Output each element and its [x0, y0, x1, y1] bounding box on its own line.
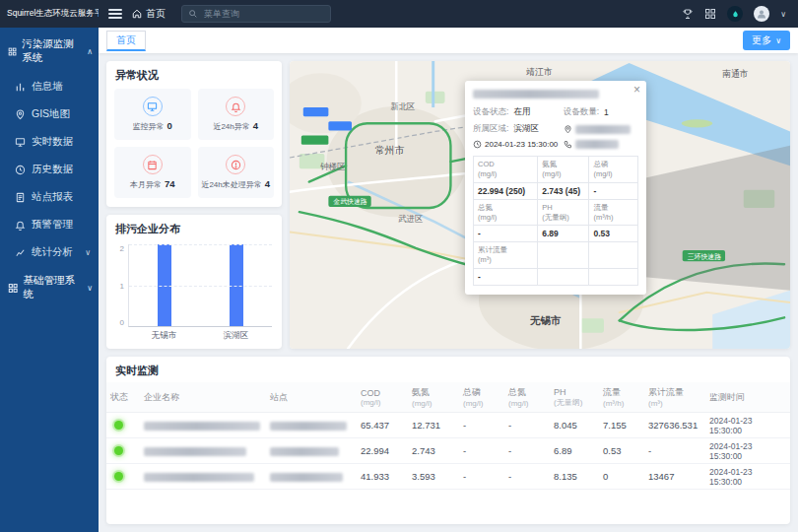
sidebar-item-realtime-data[interactable]: 实时数据	[0, 128, 99, 156]
table-row[interactable]: 41.933 3.593 - - 8.135 0 13467 2024-01-2…	[106, 464, 790, 490]
table-row[interactable]: 22.994 2.743 - - 6.89 0.53 - 2024-01-23 …	[106, 438, 790, 464]
bars-icon	[15, 82, 26, 93]
sidebar-group-base-system[interactable]: 基础管理系统 ∨	[0, 266, 99, 309]
chevron-down-icon: ∨	[85, 248, 95, 257]
bar-category-label: 无锡市	[152, 330, 177, 341]
redacted-enterprise-name	[473, 90, 599, 99]
main-area: 首页 更多 ∨ 异常状况	[99, 28, 798, 532]
sidebar-item-gis-map[interactable]: GIS地图	[0, 100, 99, 128]
menu-icon[interactable]	[108, 7, 122, 21]
redacted-station-name	[270, 447, 339, 456]
region: 滨湖区	[513, 123, 539, 135]
stat-grid: 监控异常0 近24h异常4	[106, 87, 282, 207]
breadcrumb-home[interactable]: 首页	[132, 7, 166, 21]
metric-value: 2.743 (45)	[538, 183, 589, 200]
topbar-actions: ∨	[682, 6, 798, 22]
phone-icon	[564, 140, 572, 149]
metric-value: 22.994 (250)	[474, 183, 538, 200]
sidebar: 污染源监测系统 ∧ 信息墙 GIS地图 实时数据 历史数据 站点报表	[0, 28, 99, 532]
apps-grid-icon[interactable]	[704, 8, 716, 20]
popup-time: 2024-01-23 15:30:00	[485, 140, 558, 149]
home-icon	[132, 9, 142, 19]
gis-map[interactable]: 靖江市 南通市 新北区 常州市 钟楼区 武进区 无锡市 金武快速路	[290, 61, 790, 349]
map-label-district: 武进区	[398, 214, 424, 224]
chevron-down-icon[interactable]: ∨	[780, 10, 786, 19]
poi-chip	[301, 136, 329, 145]
realtime-table: 状态 企业名称 站点 COD(mg/l) 氨氮(mg/l) 总磷(mg/l) 总…	[106, 382, 790, 490]
sidebar-item-history-data[interactable]: 历史数据	[0, 156, 99, 183]
sidebar-item-info-wall[interactable]: 信息墙	[0, 73, 99, 100]
enterprise-distribution-card: 排污企业分布 210 无锡市滨湖区	[106, 215, 282, 349]
monitor-icon	[143, 97, 163, 116]
svg-text:金武快速路: 金武快速路	[333, 198, 366, 206]
monitor-icon	[15, 137, 26, 148]
grid-icon	[8, 46, 17, 57]
left-column: 异常状况 监控异常0	[106, 61, 282, 349]
breadcrumb-label: 首页	[146, 7, 166, 21]
redacted-station-name	[270, 422, 347, 431]
stat-24h-unhandled: 近24h未处理异常4	[198, 147, 275, 198]
bar-0	[158, 244, 171, 326]
device-status: 在用	[513, 106, 530, 118]
trophy-icon[interactable]	[682, 8, 694, 20]
clock-icon	[473, 140, 482, 149]
search-input[interactable]	[202, 8, 324, 20]
stat-value: 74	[165, 178, 175, 189]
close-icon[interactable]: ×	[633, 84, 640, 96]
stat-24h-abnormal: 近24h异常4	[198, 89, 275, 140]
popup-metrics-grid: COD(mg/l) 氨氮(mg/l) 总磷(mg/l) 22.994 (250)…	[473, 156, 638, 286]
redacted-enterprise-name	[144, 473, 254, 482]
sidebar-group-label: 基础管理系统	[23, 274, 82, 301]
popup-info: 设备状态:在用 设备数量:1 所属区域:滨湖区 2024-01-23 15:30…	[473, 106, 638, 149]
location-pin-icon	[564, 125, 572, 134]
svg-text:三环快速路: 三环快速路	[688, 253, 721, 261]
line-chart-icon	[15, 247, 26, 258]
metric-value: 0.53	[589, 226, 638, 242]
map-label-city: 靖江市	[525, 67, 553, 77]
table-header-row: 状态 企业名称 站点 COD(mg/l) 氨氮(mg/l) 总磷(mg/l) 总…	[106, 382, 790, 413]
chevron-up-icon: ∧	[87, 47, 93, 56]
tab-home[interactable]: 首页	[106, 31, 146, 51]
bar-chart-categories: 无锡市滨湖区	[128, 327, 272, 341]
bell-icon	[15, 220, 26, 231]
poi-chip	[328, 121, 352, 130]
more-button[interactable]: 更多 ∨	[743, 31, 790, 50]
menu-search[interactable]	[181, 5, 331, 23]
table-row[interactable]: 65.437 12.731 - - 8.045 7.155 327636.531…	[106, 413, 790, 438]
stat-month-abnormal: 本月异常74	[114, 147, 191, 198]
device-count: 1	[604, 107, 609, 117]
clock-icon	[15, 165, 26, 175]
sidebar-item-station-report[interactable]: 站点报表	[0, 183, 99, 211]
metric-value: -	[474, 226, 538, 242]
metric-value: 6.89	[538, 226, 589, 242]
grid-icon	[8, 283, 18, 294]
chevron-down-icon: ∨	[87, 284, 93, 293]
map-label-city: 常州市	[375, 145, 405, 156]
stat-value: 4	[265, 178, 270, 189]
user-avatar[interactable]	[754, 6, 769, 22]
map-label-district: 钟楼区	[320, 162, 347, 171]
status-dot	[114, 421, 123, 430]
sidebar-item-stats-analysis[interactable]: 统计分析 ∨	[0, 238, 99, 266]
redacted-enterprise-name	[144, 447, 246, 456]
sidebar-item-warning-mgmt[interactable]: 预警管理	[0, 211, 99, 238]
road-label-chip: 三环快速路	[683, 250, 725, 261]
status-dot	[114, 446, 123, 455]
sidebar-group-label: 污染源监测系统	[22, 37, 82, 65]
bar-chart: 210 无锡市滨湖区	[106, 240, 282, 349]
tabs-bar: 首页 更多 ∨	[99, 28, 798, 53]
stat-value: 0	[167, 120, 172, 131]
brand-title: Squirrel生态环境云服务平台	[0, 8, 99, 20]
report-icon	[15, 192, 26, 203]
dashboard-content: 异常状况 监控异常0	[99, 53, 798, 357]
map-label-city: 南通市	[722, 69, 749, 79]
panel-title: 排污企业分布	[106, 215, 282, 240]
water-drop-logo[interactable]	[727, 6, 743, 22]
sidebar-group-pollution-system[interactable]: 污染源监测系统 ∧	[0, 30, 99, 73]
redacted-phone	[575, 140, 619, 149]
status-dot	[114, 472, 123, 481]
chevron-down-icon: ∨	[775, 36, 781, 45]
road-label-chip: 金武快速路	[328, 196, 370, 207]
topbar: Squirrel生态环境云服务平台 首页 ∨	[0, 0, 798, 28]
bar-1	[230, 244, 243, 326]
